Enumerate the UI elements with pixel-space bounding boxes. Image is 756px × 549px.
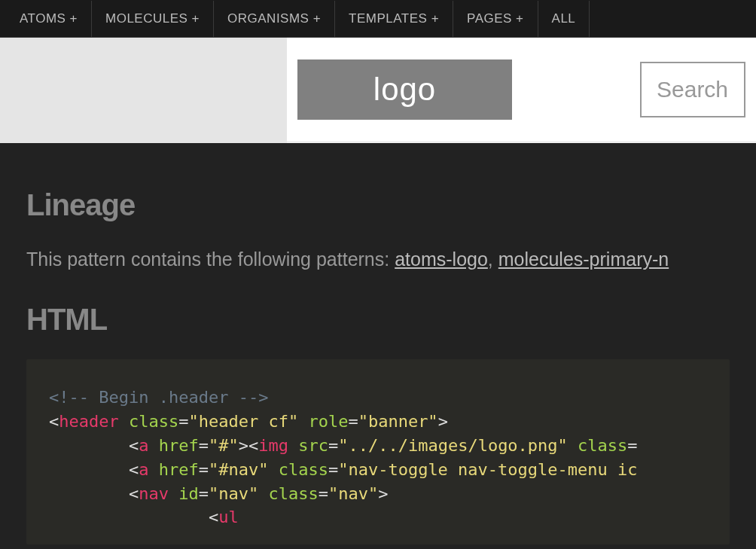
top-nav: ATOMS + MOLECULES + ORGANISMS + TEMPLATE… xyxy=(0,0,756,38)
preview-sidebar xyxy=(0,38,287,143)
info-panel: Lineage This pattern contains the follow… xyxy=(0,143,756,549)
lineage-text: This pattern contains the following patt… xyxy=(26,246,730,273)
nav-atoms[interactable]: ATOMS + xyxy=(6,1,92,37)
search-input[interactable]: Search xyxy=(640,62,745,117)
nav-all[interactable]: ALL xyxy=(538,1,590,37)
nav-organisms[interactable]: ORGANISMS + xyxy=(214,1,335,37)
lineage-prefix: This pattern contains the following patt… xyxy=(26,249,395,270)
code-comment: <!-- Begin .header --> xyxy=(49,388,268,407)
preview-content: logo Search xyxy=(287,38,756,143)
lineage-heading: Lineage xyxy=(26,188,730,222)
html-heading: HTML xyxy=(26,303,730,337)
logo-placeholder: logo xyxy=(297,59,512,120)
lineage-link-molecules-primary[interactable]: molecules-primary-n xyxy=(498,249,669,270)
code-block: <!-- Begin .header --> <header class="he… xyxy=(26,359,730,544)
nav-pages[interactable]: PAGES + xyxy=(453,1,538,37)
nav-molecules[interactable]: MOLECULES + xyxy=(92,1,214,37)
preview-area: logo Search xyxy=(0,38,756,143)
lineage-sep: , xyxy=(488,249,498,270)
nav-templates[interactable]: TEMPLATES + xyxy=(335,1,453,37)
lineage-link-atoms-logo[interactable]: atoms-logo xyxy=(395,249,488,270)
